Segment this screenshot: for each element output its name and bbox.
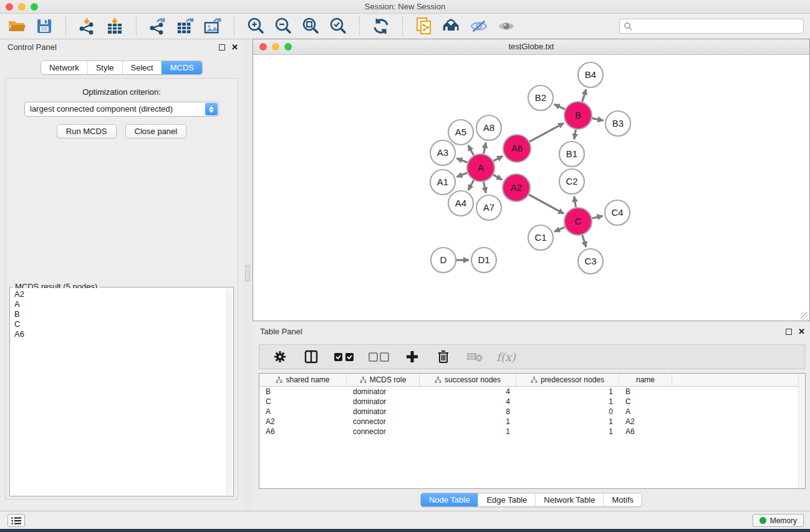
export-network-icon[interactable] [148,17,167,36]
edge-A-A1[interactable] [456,173,467,177]
edge-C-C2[interactable] [574,196,576,208]
column-header-successor-nodes[interactable]: successor nodes [420,374,516,386]
table-cell[interactable]: 4 [420,397,516,407]
network-close-button[interactable] [259,43,267,51]
optimization-criterion-select[interactable]: largest connected component (directed) [24,102,219,117]
save-session-icon[interactable] [35,17,54,36]
export-table-icon[interactable] [176,17,195,36]
show-all-icon[interactable] [497,17,516,36]
column-header-shared-name[interactable]: shared name [259,374,347,386]
edge-C-C3[interactable] [582,235,586,247]
mcds-result-item[interactable]: C [14,319,229,329]
table-cell[interactable]: dominator [347,397,420,407]
table-cell[interactable]: 4 [420,387,516,397]
edge-A-A8[interactable] [484,143,486,154]
edge-A-A3[interactable] [456,158,467,163]
close-panel-icon[interactable]: ✕ [231,39,238,56]
search-input[interactable] [633,22,799,31]
add-column-icon[interactable] [403,347,422,366]
close-window-button[interactable] [6,3,13,11]
edge-B-B3[interactable] [592,118,604,121]
search-field[interactable] [619,19,804,34]
edge-A-A6[interactable] [493,156,503,161]
panel-splitter[interactable] [243,39,253,511]
mcds-result-scrollbar[interactable] [226,288,233,495]
mcds-result-item[interactable]: A6 [14,329,229,339]
import-network-icon[interactable] [78,17,97,36]
edge-A-A7[interactable] [484,182,486,193]
mcds-result-item[interactable]: B [14,309,229,319]
tab-select[interactable]: Select [122,61,162,74]
edge-A-A4[interactable] [468,180,474,190]
table-cell[interactable]: dominator [347,387,420,397]
deselect-all-columns-icon[interactable] [368,347,390,366]
column-header-predecessor-nodes[interactable]: predecessor nodes [516,374,619,386]
table-row[interactable]: Bdominator41B [259,387,805,397]
close-table-panel-icon[interactable]: ✕ [798,324,805,340]
tab-mcds[interactable]: MCDS [162,61,202,74]
table-cell[interactable]: A [259,407,347,417]
edge-A6-B[interactable] [529,123,564,142]
refresh-icon[interactable] [372,17,390,36]
edge-A-A5[interactable] [468,145,474,155]
table-settings-icon[interactable] [271,347,289,366]
table-row[interactable]: A6connector11A6 [259,427,805,437]
tab-style[interactable]: Style [87,61,122,74]
network-maximize-button[interactable] [284,43,292,51]
maximize-window-button[interactable] [31,3,38,11]
table-cell[interactable]: connector [347,427,420,437]
table-cell[interactable]: 0 [516,407,619,417]
edge-B-B2[interactable] [554,104,565,109]
new-network-from-selection-icon[interactable] [415,17,433,36]
table-cell[interactable]: C [619,397,672,407]
table-cell[interactable]: 1 [420,427,516,437]
table-scrollbar[interactable] [798,374,805,488]
delete-column-icon[interactable] [434,347,453,366]
splitter-grip[interactable] [245,265,250,281]
table-cell[interactable]: 1 [420,417,516,427]
table-cell[interactable]: 8 [420,407,516,417]
table-cell[interactable]: A6 [259,427,347,437]
first-neighbors-icon[interactable] [442,17,461,36]
delete-table-icon[interactable] [465,347,484,366]
table-cell[interactable]: 1 [516,427,619,437]
export-image-icon[interactable] [203,17,222,36]
edge-C-C4[interactable] [592,216,602,218]
hide-selected-icon[interactable] [470,17,488,36]
table-cell[interactable]: A6 [619,427,672,437]
network-minimize-button[interactable] [272,43,279,51]
tab-motifs[interactable]: Motifs [603,493,642,506]
zoom-selected-icon[interactable] [329,17,347,36]
run-mcds-button[interactable]: Run MCDS [57,124,117,138]
table-cell[interactable]: dominator [347,407,420,417]
table-cell[interactable]: 1 [516,417,619,427]
import-table-icon[interactable] [105,17,124,36]
split-view-icon[interactable] [302,347,321,366]
edge-B-B1[interactable] [574,130,576,140]
zoom-fit-icon[interactable] [301,17,320,36]
table-cell[interactable]: C [259,397,347,407]
mcds-result-item[interactable]: A [14,299,229,309]
close-panel-button[interactable]: Close panel [125,124,187,138]
table-cell[interactable]: A [619,407,672,417]
table-cell[interactable]: A2 [619,417,672,427]
resize-grip-icon[interactable] [801,312,809,320]
select-all-columns-icon[interactable] [333,347,355,366]
open-session-icon[interactable] [7,17,26,36]
tab-network-table[interactable]: Network Table [535,493,603,506]
memory-button[interactable]: Memory [753,514,804,527]
edge-A2-C[interactable] [529,195,564,214]
table-cell[interactable]: A2 [259,417,347,427]
zoom-in-icon[interactable] [246,17,265,36]
table-row[interactable]: Cdominator41C [259,397,805,407]
tab-node-table[interactable]: Node Table [421,493,478,506]
table-cell[interactable]: connector [347,417,420,427]
table-row[interactable]: Adominator80A [259,407,805,417]
table-cell[interactable]: B [259,387,347,397]
column-header-MCDS-role[interactable]: MCDS role [347,374,420,386]
column-header-name[interactable]: name [619,374,672,386]
edge-C-C1[interactable] [554,227,565,231]
table-cell[interactable]: 1 [516,387,619,397]
tab-edge-table[interactable]: Edge Table [478,493,535,506]
table-row[interactable]: A2connector11A2 [259,417,805,427]
